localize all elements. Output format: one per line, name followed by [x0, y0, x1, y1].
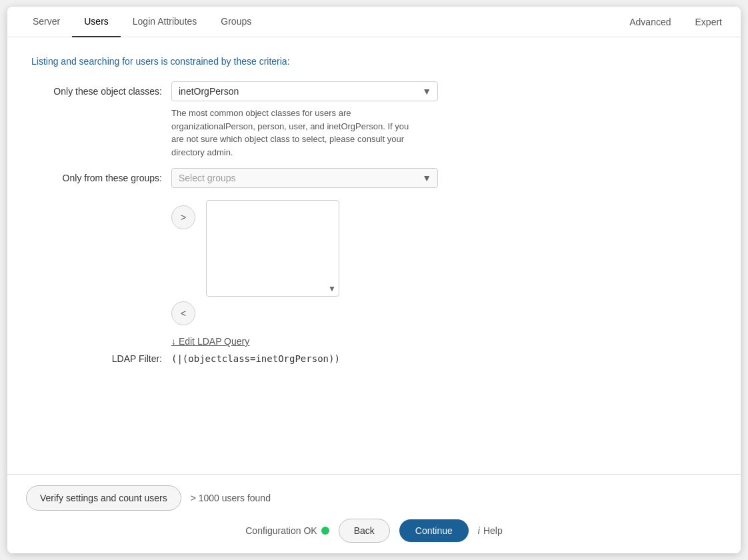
- tab-bar-right: Advanced Expert: [624, 7, 727, 37]
- move-left-button[interactable]: <: [171, 301, 195, 325]
- edit-ldap-anchor[interactable]: ↓ Edit LDAP Query: [171, 336, 249, 347]
- constraint-info: Listing and searching for users is const…: [31, 56, 717, 67]
- groups-control-area: Select groups ▼: [171, 168, 717, 188]
- move-right-button[interactable]: >: [171, 205, 195, 229]
- config-ok-label: Configuration OK: [245, 525, 317, 536]
- object-class-label: Only these object classes:: [31, 81, 171, 97]
- main-window: Server Users Login Attributes Groups Adv…: [7, 7, 741, 553]
- object-class-select[interactable]: inetOrgPerson: [171, 81, 438, 101]
- bottom-bottom-row: Configuration OK Back Continue i Help: [26, 519, 722, 543]
- content-area: Listing and searching for users is const…: [7, 37, 741, 474]
- users-found-text: > 1000 users found: [191, 493, 271, 503]
- bottom-top-row: Verify settings and count users > 1000 u…: [26, 485, 722, 511]
- config-ok-area: Configuration OK: [245, 525, 329, 536]
- object-class-select-wrapper: inetOrgPerson ▼: [171, 81, 438, 101]
- edit-ldap-link[interactable]: ↓ Edit LDAP Query: [171, 336, 717, 347]
- bottom-bar: Verify settings and count users > 1000 u…: [7, 474, 741, 553]
- transfer-buttons: > <: [171, 205, 201, 325]
- ldap-filter-row: LDAP Filter: (|(objectclass=inetOrgPerso…: [31, 353, 717, 364]
- object-class-help-text: The most common object classes for users…: [171, 107, 411, 159]
- help-link[interactable]: i Help: [478, 525, 503, 536]
- tab-groups[interactable]: Groups: [209, 7, 263, 37]
- object-class-control-area: inetOrgPerson ▼ The most common object c…: [171, 81, 717, 159]
- groups-select-wrapper: Select groups ▼: [171, 168, 438, 188]
- tab-bar-left: Server Users Login Attributes Groups: [21, 7, 624, 37]
- tab-bar: Server Users Login Attributes Groups Adv…: [7, 7, 741, 37]
- help-icon: i: [478, 525, 480, 536]
- ldap-filter-value: (|(objectclass=inetOrgPerson)): [171, 353, 340, 364]
- tab-advanced[interactable]: Advanced: [624, 7, 676, 37]
- back-button[interactable]: Back: [339, 519, 390, 543]
- groups-label: Only from these groups:: [31, 168, 171, 183]
- tab-server[interactable]: Server: [21, 7, 72, 37]
- continue-button[interactable]: Continue: [399, 519, 469, 542]
- groups-select[interactable]: Select groups: [171, 168, 438, 188]
- config-ok-indicator: [321, 527, 329, 535]
- tab-expert[interactable]: Expert: [690, 7, 727, 37]
- groups-list-box[interactable]: ▼: [206, 200, 339, 297]
- tab-login-attributes[interactable]: Login Attributes: [121, 7, 209, 37]
- verify-button[interactable]: Verify settings and count users: [26, 485, 181, 511]
- ldap-filter-label: LDAP Filter:: [31, 353, 171, 364]
- help-label: Help: [483, 525, 503, 536]
- tab-users[interactable]: Users: [72, 7, 121, 37]
- list-box-arrow: ▼: [328, 284, 336, 293]
- group-transfer-area: > < ▼: [171, 200, 717, 325]
- object-class-row: Only these object classes: inetOrgPerson…: [31, 81, 717, 159]
- groups-row: Only from these groups: Select groups ▼: [31, 168, 717, 188]
